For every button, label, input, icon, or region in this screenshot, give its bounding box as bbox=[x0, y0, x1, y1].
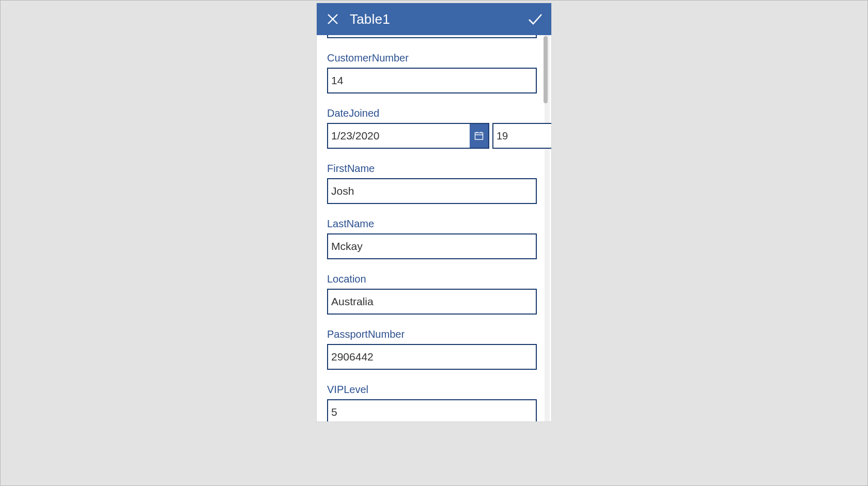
location-input[interactable] bbox=[327, 289, 537, 315]
date-input[interactable] bbox=[328, 124, 470, 148]
top-partial-input[interactable] bbox=[327, 35, 537, 38]
form-panel: Table1 CustomerNumber DateJoined bbox=[317, 3, 551, 421]
title-bar: Table1 bbox=[317, 3, 551, 35]
form-body: CustomerNumber DateJoined bbox=[327, 35, 537, 421]
hour-input[interactable] bbox=[493, 124, 551, 148]
date-calendar-button[interactable] bbox=[470, 124, 488, 148]
last-name-input[interactable] bbox=[327, 233, 537, 259]
title-bar-left: Table1 bbox=[325, 11, 390, 27]
vip-level-label: VIPLevel bbox=[327, 384, 537, 396]
hour-dropdown[interactable] bbox=[492, 123, 551, 149]
calendar-icon bbox=[474, 131, 484, 140]
scrollbar-thumb[interactable] bbox=[544, 36, 548, 103]
svg-rect-2 bbox=[475, 133, 483, 139]
passport-number-input[interactable] bbox=[327, 344, 537, 370]
close-icon bbox=[327, 13, 338, 25]
customer-number-input[interactable] bbox=[327, 68, 537, 93]
close-button[interactable] bbox=[325, 11, 340, 27]
customer-number-label: CustomerNumber bbox=[327, 52, 537, 64]
first-name-input[interactable] bbox=[327, 178, 537, 204]
location-label: Location bbox=[327, 273, 537, 285]
first-name-label: FirstName bbox=[327, 163, 537, 175]
date-joined-row: : bbox=[327, 123, 537, 149]
scrollbar-track[interactable] bbox=[545, 35, 550, 421]
passport-number-label: PassportNumber bbox=[327, 328, 537, 340]
app-stage: Table1 CustomerNumber DateJoined bbox=[0, 0, 868, 486]
form-scroll-area[interactable]: CustomerNumber DateJoined bbox=[317, 35, 551, 421]
check-icon bbox=[528, 13, 543, 25]
vip-level-input[interactable] bbox=[327, 399, 537, 421]
date-picker[interactable] bbox=[327, 123, 489, 149]
submit-button[interactable] bbox=[528, 11, 543, 27]
page-title: Table1 bbox=[350, 11, 390, 27]
date-joined-label: DateJoined bbox=[327, 107, 537, 119]
last-name-label: LastName bbox=[327, 218, 537, 230]
